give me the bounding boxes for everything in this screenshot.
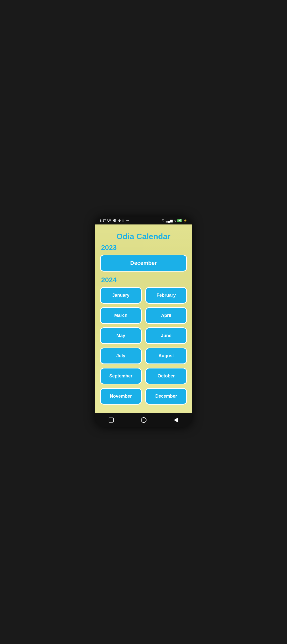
back-icon xyxy=(174,417,178,423)
status-right: ♡ ▂▄▆ ∿ 98 ⚡ xyxy=(162,219,187,222)
home-button[interactable] xyxy=(136,416,152,424)
january-button[interactable]: January xyxy=(100,287,142,304)
year-2024-label: 2024 xyxy=(101,276,187,284)
phone-frame: 8:27 AM 💬 ⚙ ⁞⁞ ••• ♡ ▂▄▆ ∿ 98 ⚡ Odia Cal… xyxy=(95,217,192,427)
august-button[interactable]: August xyxy=(145,348,187,364)
march-button[interactable]: March xyxy=(100,307,142,324)
home-icon xyxy=(141,417,146,423)
settings-icon: ⚙ xyxy=(118,219,121,222)
year-2023-label: 2023 xyxy=(101,244,187,252)
notch xyxy=(128,217,158,224)
recent-apps-icon xyxy=(108,418,114,422)
september-button[interactable]: September xyxy=(100,368,142,384)
february-button[interactable]: February xyxy=(145,287,187,304)
phone-content: Odia Calendar 2023 December 2024 January… xyxy=(95,224,192,413)
battery-display: 98 xyxy=(178,219,182,222)
december-2023-button[interactable]: December xyxy=(100,254,187,272)
november-button[interactable]: November xyxy=(100,388,142,404)
whatsapp-icon: 💬 xyxy=(113,219,116,222)
wifi-icon: ∿ xyxy=(174,219,176,222)
signal-icon: ▂▄▆ xyxy=(166,219,172,222)
charging-icon: ⚡ xyxy=(183,219,187,222)
months-grid: January February March April May June Ju… xyxy=(100,287,187,404)
october-button[interactable]: October xyxy=(145,368,187,384)
navigation-bar xyxy=(95,413,192,427)
recent-apps-button[interactable] xyxy=(104,416,118,424)
bluetooth-icon: ♡ xyxy=(162,219,164,222)
time-display: 8:27 AM xyxy=(100,219,111,222)
status-left: 8:27 AM 💬 ⚙ ⁞⁞ ••• xyxy=(100,219,129,222)
july-button[interactable]: July xyxy=(100,348,142,364)
may-button[interactable]: May xyxy=(100,327,142,344)
april-button[interactable]: April xyxy=(145,307,187,324)
june-button[interactable]: June xyxy=(145,327,187,344)
december-2024-button[interactable]: December xyxy=(145,388,187,404)
back-button[interactable] xyxy=(169,416,183,424)
menu-icon: ⁞⁞ xyxy=(122,219,124,222)
app-title: Odia Calendar xyxy=(100,232,187,241)
